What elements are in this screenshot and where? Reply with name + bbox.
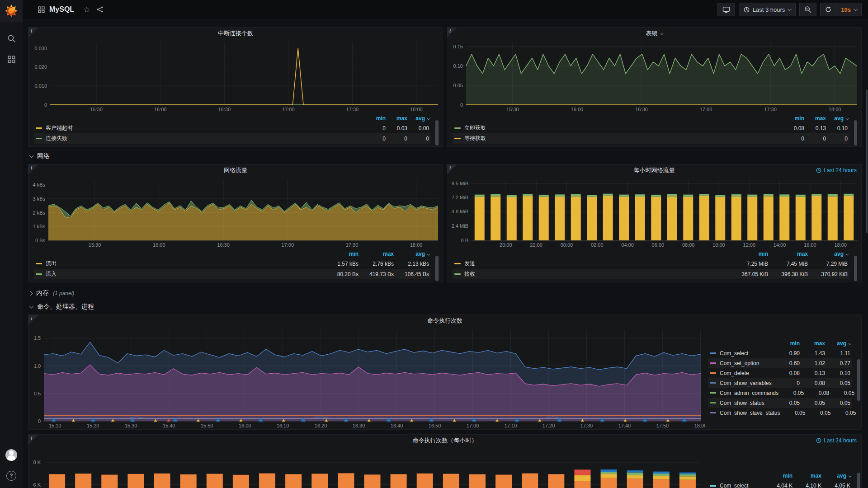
- legend-series-row[interactable]: Com_admin_commands 0.05 0.08 0.05: [708, 388, 852, 398]
- legend-series-row[interactable]: 流出 1.57 kBs 2.76 kBs 2.13 kBs: [34, 258, 431, 269]
- svg-text:17:00: 17:00: [282, 242, 294, 248]
- help-icon[interactable]: ?: [6, 471, 16, 481]
- cycle-view-button[interactable]: [717, 3, 735, 16]
- legend-sort-min[interactable]: min: [323, 251, 359, 257]
- legend-series-name[interactable]: Com_select: [710, 350, 748, 357]
- chart-aborted-connections[interactable]: 15:3016:0016:3017:0017:3018:0000.0100.02…: [28, 39, 443, 113]
- row-header-network[interactable]: 网络: [30, 152, 862, 160]
- legend-series-name[interactable]: Com_show_variables: [710, 380, 772, 386]
- legend-sort-max[interactable]: max: [768, 251, 808, 257]
- legend-series-row[interactable]: Com_set_option 0.60 1.02 0.77: [708, 358, 852, 368]
- panel-time-override[interactable]: Last 24 hours: [816, 164, 857, 176]
- legend-scrollbar[interactable]: [857, 473, 860, 488]
- panel-title[interactable]: 中断连接个数: [28, 28, 443, 39]
- legend-series-row[interactable]: 发送 7.25 MiB 7.45 MiB 7.29 MiB: [453, 258, 849, 269]
- chart-network-traffic-hourly[interactable]: 20:0022:0000:0002:0004:0006:0008:0010:00…: [447, 176, 861, 249]
- legend-scrollbar[interactable]: [854, 256, 857, 281]
- chart-network-traffic[interactable]: 15:3016:0016:3017:0017:3018:000 Bs1 kBs2…: [28, 176, 443, 249]
- legend-scrollbar[interactable]: [435, 256, 439, 281]
- row-header-memory[interactable]: 内存 (1 panel): [30, 289, 862, 297]
- panel-title[interactable]: 每小时网络流量 Last 24 hours: [447, 164, 861, 176]
- panel-title[interactable]: 表锁: [447, 28, 861, 39]
- legend-series-name[interactable]: 流出: [36, 260, 57, 267]
- panel-title[interactable]: 网络流量: [28, 164, 443, 176]
- panel-title[interactable]: 命令执行次数: [28, 315, 861, 327]
- favorite-star-icon[interactable]: ☆: [83, 6, 90, 14]
- share-icon[interactable]: [96, 6, 104, 13]
- panel-info-icon[interactable]: i: [28, 315, 38, 325]
- legend-series-row[interactable]: 立即获取 0.08 0.13 0.10: [453, 123, 849, 133]
- legend-series-name[interactable]: 连接失败: [36, 135, 67, 142]
- legend-sort-max[interactable]: max: [359, 251, 394, 257]
- legend-series-row[interactable]: Com_show_slave_status 0.05 0.05 0.05: [708, 408, 852, 418]
- dashboard-grid-icon[interactable]: [38, 6, 45, 13]
- panel-menu-chevron-icon[interactable]: [660, 32, 663, 35]
- dashboard-title[interactable]: MySQL: [49, 5, 74, 14]
- legend-scrollbar[interactable]: [435, 120, 439, 145]
- page-scrollbar[interactable]: [866, 89, 868, 233]
- refresh-button[interactable]: [820, 3, 836, 16]
- panel-info-icon[interactable]: i: [28, 164, 38, 174]
- panel-title[interactable]: 命令执行次数（每小时） Last 24 hours: [28, 435, 861, 446]
- legend-series-name[interactable]: 立即获取: [454, 124, 486, 132]
- legend-series-name[interactable]: Com_select: [710, 483, 748, 488]
- legend-sort-avg[interactable]: avg: [826, 115, 848, 122]
- legend-sort-avg[interactable]: avg: [407, 115, 429, 122]
- panel-info-icon[interactable]: i: [447, 28, 457, 38]
- user-avatar[interactable]: [5, 449, 17, 461]
- legend-series-row[interactable]: 客户端超时 0 0.03 0.00: [34, 123, 431, 133]
- legend-scrollbar[interactable]: [854, 120, 857, 145]
- legend-series-name[interactable]: Com_delete: [710, 370, 749, 376]
- legend-sort-avg[interactable]: avg: [821, 473, 850, 479]
- panel-info-icon[interactable]: i: [447, 164, 457, 174]
- zoom-out-button[interactable]: [799, 3, 816, 16]
- legend-series-row[interactable]: Com_select 0.90 1.43 1.11: [708, 348, 852, 358]
- legend-sort-avg[interactable]: avg: [808, 251, 848, 257]
- svg-text:1 kBs: 1 kBs: [33, 224, 45, 229]
- panel-info-icon[interactable]: i: [28, 435, 38, 445]
- search-icon[interactable]: [7, 34, 16, 43]
- legend-sort-max[interactable]: max: [386, 115, 407, 122]
- svg-text:0.15: 0.15: [453, 44, 463, 49]
- legend-series-row[interactable]: 流入 80.20 Bs 419.73 Bs 106.45 Bs: [34, 269, 431, 279]
- legend-sort-max[interactable]: max: [804, 115, 826, 122]
- legend-series-row[interactable]: 接收 367.05 KiB 396.38 KiB 370.92 KiB: [453, 269, 849, 279]
- legend-sort-max[interactable]: max: [800, 340, 825, 347]
- legend-series-row[interactable]: Com_delete 0.08 0.13 0.10: [708, 368, 852, 378]
- legend-series-name[interactable]: 等待获取: [454, 135, 486, 142]
- legend-scrollbar[interactable]: [857, 359, 860, 401]
- legend-series-name[interactable]: 发送: [454, 260, 475, 267]
- row-header-commands[interactable]: 命令、处理器、进程: [30, 303, 862, 311]
- legend-series-name[interactable]: Com_show_status: [710, 400, 764, 406]
- legend-series-name[interactable]: 接收: [454, 270, 475, 278]
- grafana-logo[interactable]: [0, 0, 23, 22]
- legend-series-name[interactable]: 客户端超时: [36, 124, 73, 132]
- chart-command-counters[interactable]: 15:1015:2015:3015:4015:5016:0016:1016:20…: [28, 327, 705, 429]
- legend-header: minmaxavg: [708, 338, 852, 348]
- legend-sort-min[interactable]: min: [783, 115, 804, 122]
- legend-sort-avg[interactable]: avg: [825, 340, 850, 347]
- legend-series-row[interactable]: 等待获取 0 0 0: [453, 133, 849, 144]
- legend-sort-avg[interactable]: avg: [394, 251, 429, 257]
- legend-sort-min[interactable]: min: [728, 251, 768, 257]
- legend-series-row[interactable]: 连接失败 0 0 0: [34, 133, 431, 144]
- legend-sort-min[interactable]: min: [774, 340, 800, 347]
- panel-time-override[interactable]: Last 24 hours: [816, 435, 857, 446]
- panel-info-icon[interactable]: i: [28, 28, 38, 38]
- legend-series-name[interactable]: Com_admin_commands: [710, 390, 778, 396]
- chart-table-locks[interactable]: 15:3016:0016:3017:0017:3018:0000.050.100…: [447, 39, 861, 113]
- legend-series-name[interactable]: 流入: [36, 270, 57, 278]
- legend-series-name[interactable]: Com_set_option: [710, 360, 759, 366]
- time-range-picker[interactable]: Last 3 hours: [739, 3, 796, 16]
- legend-sort-max[interactable]: max: [793, 473, 821, 479]
- svg-text:2 kBs: 2 kBs: [33, 210, 45, 216]
- legend-series-name[interactable]: Com_show_slave_status: [710, 410, 780, 416]
- legend-sort-min[interactable]: min: [764, 473, 793, 479]
- refresh-interval-picker[interactable]: 10s: [836, 3, 862, 16]
- legend-series-row[interactable]: Com_show_variables 0 0.08 0.05: [708, 378, 852, 388]
- dashboards-icon[interactable]: [8, 56, 15, 63]
- chart-command-counters-hourly[interactable]: 8 K6 K: [28, 446, 705, 488]
- legend-sort-min[interactable]: min: [364, 115, 386, 122]
- legend-series-row[interactable]: Com_show_status 0.05 0.05 0.05: [708, 398, 852, 408]
- legend-series-row[interactable]: Com_select 4.04 K 4.10 K 4.05 K: [708, 481, 852, 488]
